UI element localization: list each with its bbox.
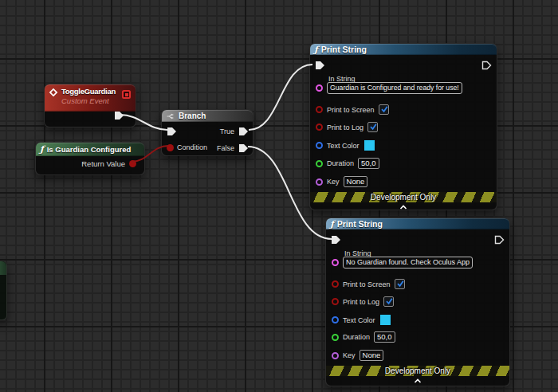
- node-print-string-2[interactable]: ƒ Print String In String No Guardian fou…: [325, 218, 510, 386]
- duration-input[interactable]: 50,0: [358, 158, 379, 169]
- development-only-band: Development Only: [326, 366, 509, 376]
- key-input[interactable]: None: [360, 350, 384, 361]
- print-to-screen-row: Print to Screen: [332, 279, 405, 289]
- false-label: False: [217, 144, 234, 152]
- node-title: Print String: [321, 45, 367, 54]
- print-to-log-row: Print to Log: [332, 296, 394, 307]
- print-to-screen-label: Print to Screen: [327, 106, 375, 114]
- node-subtitle: Custom Event: [61, 96, 116, 106]
- partial-node-left-edge[interactable]: [0, 261, 7, 320]
- wire-exec-true-to-printstring1[interactable]: [249, 65, 312, 130]
- true-exec-pin[interactable]: [238, 127, 249, 136]
- node-is-guardian-configured[interactable]: ƒ Is Guardian Configured Return Value: [35, 142, 145, 175]
- print-to-screen-checkbox[interactable]: [379, 104, 389, 115]
- duration-row: Duration 50,0: [332, 331, 395, 343]
- print-to-screen-row: Print to Screen: [316, 104, 389, 115]
- duration-pin[interactable]: [316, 160, 323, 167]
- node-toggle-guardian[interactable]: ToggleGuardian Custom Event: [44, 84, 136, 127]
- key-row: Key None: [332, 350, 383, 361]
- in-string-input[interactable]: Guardian is Configured and ready for use…: [327, 82, 462, 94]
- exec-in-pin[interactable]: [167, 127, 177, 136]
- return-value-label: Return Value: [81, 159, 125, 168]
- print-to-screen-checkbox[interactable]: [395, 279, 405, 289]
- node-branch[interactable]: Branch Condition True False: [161, 109, 253, 156]
- print-to-log-label: Print to Log: [343, 298, 379, 306]
- in-string-pin[interactable]: [332, 259, 339, 266]
- text-color-label: Text Color: [327, 142, 360, 150]
- development-only-label: Development Only: [385, 367, 450, 375]
- function-icon: ƒ: [314, 45, 318, 54]
- key-label: Key: [327, 178, 340, 186]
- print-to-log-checkbox[interactable]: [367, 122, 378, 132]
- in-string-row: No Guardian found. Check Oculus App: [332, 257, 473, 269]
- development-only-label: Development Only: [371, 193, 436, 202]
- text-color-row: Text Color: [332, 314, 391, 326]
- true-row: True: [220, 127, 249, 136]
- badge-square: [125, 93, 128, 96]
- return-value-pin[interactable]: [129, 160, 136, 167]
- print-string-header[interactable]: ƒ Print String: [326, 218, 509, 229]
- branch-icon: [166, 112, 175, 121]
- function-icon: ƒ: [330, 220, 334, 229]
- key-row: Key None: [316, 176, 367, 187]
- condition-pin[interactable]: [167, 144, 174, 151]
- duration-pin[interactable]: [332, 334, 339, 341]
- exec-out-pin[interactable]: [114, 111, 124, 120]
- duration-input[interactable]: 50,0: [374, 331, 395, 343]
- text-color-pin[interactable]: [332, 316, 339, 323]
- partial-node-header: [0, 261, 6, 275]
- development-only-band: Development Only: [310, 192, 497, 202]
- print-to-log-checkbox[interactable]: [383, 296, 394, 307]
- false-row: False: [217, 143, 249, 153]
- print-to-log-row: Print to Log: [316, 122, 378, 132]
- text-color-pin[interactable]: [316, 142, 323, 149]
- custom-event-icon: [49, 88, 58, 97]
- collapse-chevron[interactable]: [399, 205, 407, 210]
- print-to-screen-label: Print to Screen: [343, 280, 391, 288]
- node-title: Is Guardian Configured: [47, 145, 132, 154]
- event-enabled-badge[interactable]: [122, 90, 131, 99]
- collapse-chevron[interactable]: [414, 378, 422, 383]
- node-title: Print String: [337, 219, 383, 229]
- true-label: True: [220, 127, 234, 135]
- duration-label: Duration: [343, 333, 370, 341]
- false-exec-pin[interactable]: [238, 143, 249, 153]
- return-value-row: Return Value: [81, 159, 136, 168]
- blueprint-graph-canvas[interactable]: ToggleGuardian Custom Event ƒ Is Guardia…: [0, 0, 558, 392]
- print-to-log-pin[interactable]: [332, 298, 339, 305]
- print-to-screen-pin[interactable]: [316, 106, 323, 113]
- condition-row: Condition: [167, 143, 207, 151]
- condition-label: Condition: [177, 143, 207, 151]
- print-string-header[interactable]: ƒ Print String: [310, 44, 497, 55]
- exec-out-pin[interactable]: [494, 235, 505, 245]
- key-label: Key: [343, 351, 356, 359]
- node-branch-header[interactable]: Branch: [162, 110, 253, 122]
- exec-in-pin[interactable]: [331, 235, 341, 245]
- duration-label: Duration: [327, 159, 354, 167]
- in-string-row: Guardian is Configured and ready for use…: [316, 82, 462, 94]
- node-is-guardian-header[interactable]: ƒ Is Guardian Configured: [36, 143, 144, 156]
- text-color-swatch[interactable]: [363, 139, 375, 151]
- duration-row: Duration 50,0: [316, 158, 379, 169]
- text-color-label: Text Color: [343, 316, 375, 324]
- exec-in-pin[interactable]: [315, 61, 325, 70]
- key-pin[interactable]: [332, 352, 339, 359]
- node-title: Branch: [179, 112, 206, 120]
- print-to-log-label: Print to Log: [327, 123, 363, 131]
- exec-out-pin[interactable]: [481, 61, 492, 70]
- print-to-log-pin[interactable]: [316, 123, 323, 131]
- key-pin[interactable]: [316, 178, 323, 186]
- text-color-swatch[interactable]: [379, 314, 391, 326]
- function-icon: ƒ: [40, 145, 44, 154]
- key-input[interactable]: None: [344, 176, 368, 187]
- node-title: ToggleGuardian: [61, 87, 116, 96]
- node-print-string-1[interactable]: ƒ Print String In String Guardian is Con…: [309, 43, 497, 210]
- text-color-row: Text Color: [316, 139, 375, 151]
- in-string-pin[interactable]: [316, 84, 323, 92]
- print-to-screen-pin[interactable]: [332, 280, 339, 288]
- in-string-input[interactable]: No Guardian found. Check Oculus App: [343, 257, 473, 269]
